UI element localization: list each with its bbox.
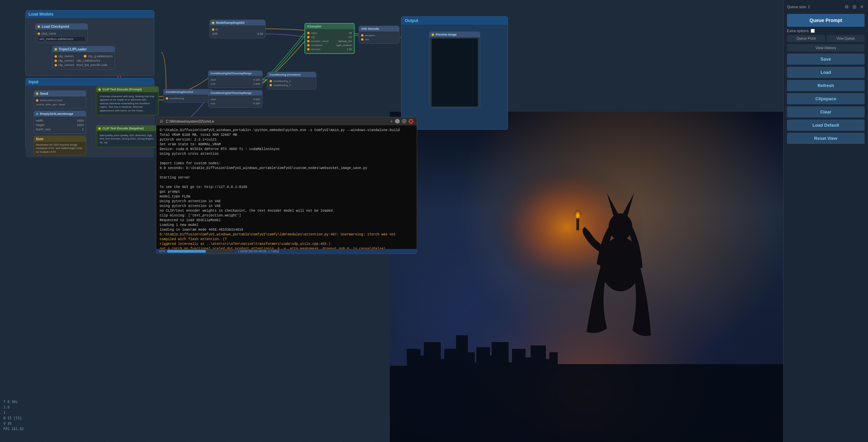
scene-svg: [390, 112, 783, 442]
preview-image-node: Preview Image: [429, 31, 480, 108]
extra-options-checkbox[interactable]: [811, 29, 815, 33]
cond-timestep1-node: ConditioningSetTimestepRange start 0.100…: [208, 70, 262, 88]
terminal-window: ⊞ C:\Windows\system32\cmd.e + _ □ ✕ D:\S…: [156, 117, 417, 254]
svg-rect-20: [555, 364, 783, 442]
terminal-minimize[interactable]: _: [395, 119, 400, 124]
ksampler-node: KSampler steps 28 cfg 4.5 sampler_name d…: [304, 23, 355, 54]
terminal-title: C:\Windows\system32\cmd.e: [166, 119, 388, 123]
cond-zero-node: ConditioningZeroOut conditioning: [163, 89, 213, 103]
node-canvas: Load Models Load Checkpoint ckpt_name: [0, 0, 783, 442]
cond-timestep2-node: ConditioningSetTimestepRange start 0.000…: [208, 90, 262, 108]
refresh-button[interactable]: Refresh: [787, 80, 865, 91]
queue-front-button[interactable]: Queue Front: [787, 35, 825, 42]
settings-icon-button[interactable]: ⚙: [844, 3, 850, 10]
save-button[interactable]: Save: [787, 54, 865, 65]
right-sidebar: Queue size: 1 ⚙ ⊞ ✕ Queue Prompt Extra o…: [783, 0, 868, 442]
extra-options-label: Extra options: [787, 29, 809, 33]
output-title: Output: [401, 17, 508, 25]
input-title: Input: [26, 78, 154, 86]
terminal-content[interactable]: D:\Stable_Diffusion\ComfyUI_windows_port…: [156, 125, 417, 249]
queue-front-row: Queue Front View Queue: [787, 35, 865, 42]
clipspace-button[interactable]: Clipspace: [787, 93, 865, 104]
terminal-titlebar: ⊞ C:\Windows\system32\cmd.e + _ □ ✕: [156, 117, 417, 125]
grid-icon-button[interactable]: ⊞: [852, 3, 857, 10]
output-panel: Output Preview Image: [401, 16, 508, 130]
vae-decode-node: VAE Decode samples vae: [359, 26, 399, 44]
cond-combine-node: Conditioning (Combine) conditioning_1 co…: [267, 72, 316, 89]
terminal-close[interactable]: ✕: [409, 119, 413, 124]
view-history-button[interactable]: View History: [787, 44, 865, 51]
svg-point-26: [574, 205, 582, 218]
load-models-panel: Load Models Load Checkpoint ckpt_name: [25, 10, 154, 76]
background-illustration: [390, 112, 783, 442]
terminal-maximize[interactable]: □: [402, 119, 407, 124]
reset-view-button[interactable]: Reset View: [787, 133, 865, 144]
clear-button[interactable]: Clear: [787, 106, 865, 118]
queue-size-label: Queue size: 1: [787, 5, 810, 9]
terminal-icon: ⊞: [160, 119, 163, 124]
clip-text-positive: CLIP Text Encode (Prompt) A female chara…: [96, 86, 159, 115]
close-icon-button[interactable]: ✕: [859, 3, 865, 10]
checkpoint-input[interactable]: [38, 36, 85, 42]
terminal-tab-plus[interactable]: +: [390, 119, 393, 124]
load-button[interactable]: Load: [787, 67, 865, 78]
svg-point-22: [609, 213, 632, 240]
sidebar-header: Queue size: 1 ⚙ ⊞ ✕: [787, 3, 865, 10]
model-sampling-node: ModelSamplingSD3 N shift 3.00: [210, 20, 265, 38]
load-default-button[interactable]: Load Default: [787, 120, 865, 131]
view-queue-button[interactable]: View Queue: [827, 35, 865, 42]
stats-overlay: T 0.90s 1.0 1 N 15 [15] V 35 FPS 161.82: [3, 399, 24, 432]
extra-options-row: Extra options: [787, 29, 865, 33]
load-models-title: Load Models: [26, 10, 154, 18]
clip-text-negative: CLIP Text Encode (Negative) bad quality,…: [96, 125, 159, 147]
terminal-progress-bar: 57% | 16/28 [00:09<00:06, 1.72it/s]: [156, 249, 417, 254]
queue-prompt-button[interactable]: Queue Prompt: [787, 14, 865, 27]
preview-image-area: [432, 39, 478, 106]
